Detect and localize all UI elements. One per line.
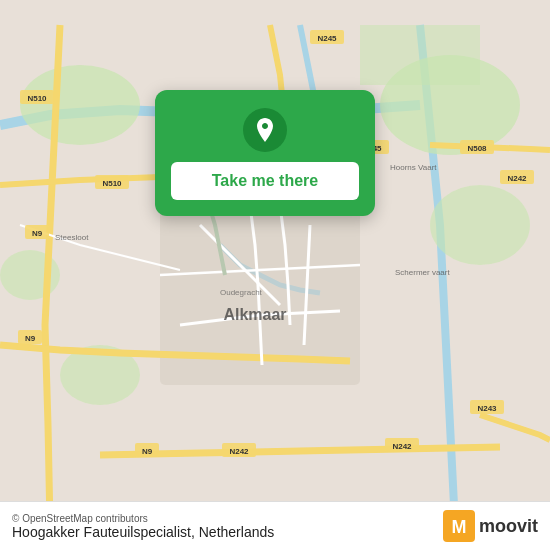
svg-text:N242: N242 <box>229 447 249 456</box>
svg-text:M: M <box>451 517 466 537</box>
moovit-icon: M <box>443 510 475 542</box>
osm-credit: © OpenStreetMap contributors <box>12 513 274 524</box>
svg-text:N242: N242 <box>392 442 412 451</box>
svg-text:Oudegracht: Oudegracht <box>220 288 263 297</box>
map: N510 N9 N9 N510 N245 N245 N9 N242 <box>0 0 550 550</box>
svg-text:Steesloot: Steesloot <box>55 233 89 242</box>
moovit-logo: M moovit <box>443 510 538 542</box>
svg-text:N242: N242 <box>507 174 527 183</box>
svg-text:N510: N510 <box>102 179 122 188</box>
main-container: N510 N9 N9 N510 N245 N245 N9 N242 <box>0 0 550 550</box>
svg-text:N510: N510 <box>27 94 47 103</box>
svg-text:N9: N9 <box>25 334 36 343</box>
svg-text:N9: N9 <box>32 229 43 238</box>
svg-text:Alkmaar: Alkmaar <box>223 306 286 323</box>
popup-card: Take me there <box>155 90 375 216</box>
bottom-bar: © OpenStreetMap contributors Hoogakker F… <box>0 501 550 550</box>
svg-point-3 <box>430 185 530 265</box>
svg-point-1 <box>20 65 140 145</box>
svg-text:N243: N243 <box>477 404 497 413</box>
svg-text:Hoorns Vaart: Hoorns Vaart <box>390 163 437 172</box>
location-pin-icon <box>243 108 287 152</box>
location-name: Hoogakker Fauteuilspecialist, Netherland… <box>12 524 274 540</box>
svg-text:N508: N508 <box>467 144 487 153</box>
svg-text:Schermer vaart: Schermer vaart <box>395 268 450 277</box>
svg-rect-4 <box>360 25 480 85</box>
take-me-there-button[interactable]: Take me there <box>171 162 359 200</box>
svg-text:N9: N9 <box>142 447 153 456</box>
svg-text:N245: N245 <box>317 34 337 43</box>
bottom-left-info: © OpenStreetMap contributors Hoogakker F… <box>12 513 274 540</box>
moovit-text: moovit <box>479 516 538 537</box>
